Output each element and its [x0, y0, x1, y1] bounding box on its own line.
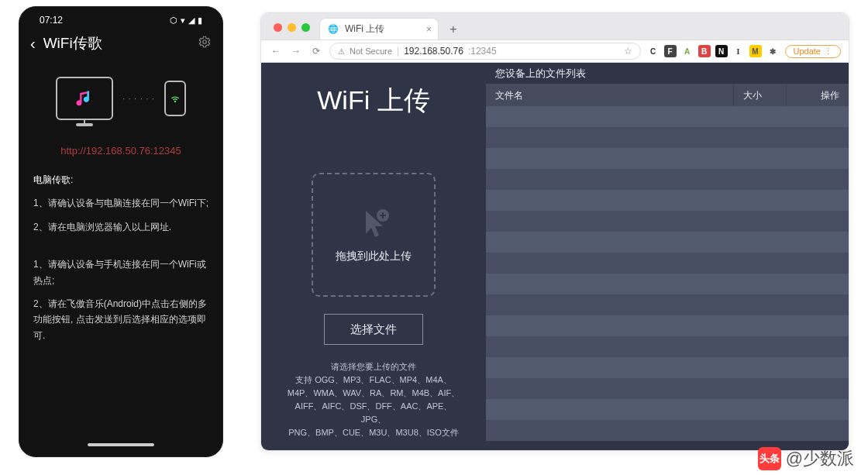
page-heading: WiFi 上传: [317, 63, 429, 173]
select-file-label: 选择文件: [350, 322, 397, 337]
extensions: C F A B N I M ✱: [647, 45, 779, 57]
monitor-icon: [56, 77, 113, 120]
table-row: [486, 294, 849, 315]
extensions-puzzle-icon[interactable]: ✱: [766, 45, 779, 57]
update-button[interactable]: Update ⋮: [785, 45, 841, 58]
battery-icon: ▮: [198, 15, 202, 26]
browser-toolbar: ← → ⟳ ⚠ Not Secure | 192.168.50.76:12345…: [261, 40, 849, 63]
bookmark-star-icon[interactable]: ☆: [624, 46, 632, 57]
tab-wifi-upload[interactable]: 🌐 WiFi 上传 ×: [319, 18, 439, 40]
phone-step2: 2、请在飞傲音乐(Android)中点击右侧的多功能按钮, 点击发送到后选择相应…: [33, 296, 208, 343]
ext-7-icon[interactable]: M: [749, 45, 762, 57]
ext-1-icon[interactable]: C: [647, 45, 660, 57]
table-row: [486, 232, 849, 253]
browser-tabbar: 🌐 WiFi 上传 × +: [261, 13, 849, 40]
table-row: [486, 274, 849, 294]
close-tab-icon[interactable]: ×: [426, 24, 432, 35]
new-tab-button[interactable]: +: [443, 19, 463, 40]
url-port: :12345: [468, 46, 497, 57]
signal-icon: ◢: [188, 15, 195, 26]
connection-dots-icon: · · · · · ·: [122, 95, 155, 103]
nav-pill[interactable]: [88, 443, 154, 446]
zoom-window-icon[interactable]: [301, 23, 310, 32]
watermark-logo: 头条: [758, 447, 781, 470]
wifi-signal-icon: [169, 92, 181, 105]
hint-line5: PNG、BMP、CUE、M3U、M3U8、ISO文件: [284, 426, 463, 439]
gear-icon[interactable]: [198, 35, 212, 52]
wifi-icon: ▾: [181, 15, 185, 26]
table-row: [486, 148, 849, 169]
svg-point-1: [174, 101, 175, 102]
music-note-icon: [74, 88, 95, 109]
format-hints: 请选择您要上传的文件 支持 OGG、MP3、FLAC、MP4、M4A、 M4P、…: [284, 360, 463, 439]
drop-zone[interactable]: 拖拽到此处上传: [312, 173, 436, 297]
file-list-title: 您设备上的文件列表: [486, 63, 849, 84]
pc-step1: 1、请确认设备与电脑连接在同一个WiFi下;: [33, 195, 208, 211]
close-window-icon[interactable]: [274, 23, 282, 32]
phone-mini-icon: [164, 81, 186, 116]
table-row: [486, 336, 849, 357]
browser-window: 🌐 WiFi 上传 × + ← → ⟳ ⚠ Not Secure | 192.1…: [260, 12, 849, 451]
table-row: [486, 127, 849, 148]
watermark-text: @少数派: [786, 447, 854, 470]
status-time: 07:12: [40, 15, 63, 26]
phone-instructions: 1、请确认设备与手机连接在同一个WiFi或热点; 2、请在飞傲音乐(Androi…: [19, 256, 222, 351]
phone-appbar: ‹ WiFi传歌: [19, 29, 222, 60]
upload-panel: WiFi 上传 拖拽到此处上传 选择文件 请选择您要上传的文件 支持 OGG、M…: [261, 63, 486, 450]
tab-title: WiFi 上传: [345, 22, 384, 36]
phone-frame: 07:12 ⬡ ▾ ◢ ▮ ‹ WiFi传歌 · · · · · · http:…: [19, 6, 223, 457]
ext-5-icon[interactable]: N: [715, 45, 728, 57]
watermark: 头条 @少数派: [758, 447, 854, 470]
phone-step1: 1、请确认设备与手机连接在同一个WiFi或热点;: [33, 256, 208, 288]
col-filename[interactable]: 文件名: [486, 84, 734, 106]
table-row: [486, 253, 849, 274]
hint-line3: M4P、WMA、WAV、RA、RM、M4B、AIF、: [284, 387, 463, 400]
col-size[interactable]: 大小: [734, 84, 787, 106]
status-icons: ⬡ ▾ ◢ ▮: [170, 15, 202, 26]
pc-step2: 2、请在电脑浏览器输入以上网址.: [33, 219, 208, 235]
not-secure-label: Not Secure: [350, 46, 392, 56]
select-file-button[interactable]: 选择文件: [324, 314, 423, 345]
table-row: [486, 169, 849, 190]
back-icon[interactable]: ‹: [30, 35, 36, 53]
not-secure-icon: ⚠: [338, 47, 345, 56]
transfer-illustration: · · · · · ·: [19, 60, 222, 128]
file-list-panel: 您设备上的文件列表 文件名 大小 操作: [486, 63, 849, 450]
vpn-icon: ⬡: [170, 15, 177, 26]
address-bar[interactable]: ⚠ Not Secure | 192.168.50.76:12345 ☆: [329, 43, 641, 60]
nav-back-icon[interactable]: ←: [269, 46, 283, 57]
url-host: 192.168.50.76: [404, 46, 463, 57]
ext-2-icon[interactable]: F: [664, 45, 677, 57]
table-row: [486, 211, 849, 232]
nav-forward-icon[interactable]: →: [289, 46, 303, 57]
table-row: [486, 357, 849, 378]
globe-icon: 🌐: [328, 24, 339, 34]
table-row: [486, 399, 849, 420]
update-label: Update: [794, 46, 821, 56]
hint-line4: AIFF、AIFC、DSF、DFF、AAC、APE、JPG、: [284, 400, 463, 426]
nav-reload-icon[interactable]: ⟳: [309, 46, 323, 57]
upload-url: http://192.168.50.76:12345: [19, 128, 222, 167]
ext-6-icon[interactable]: I: [732, 45, 745, 57]
table-row: [486, 106, 849, 127]
hint-line2: 支持 OGG、MP3、FLAC、MP4、M4A、: [284, 373, 463, 387]
menu-dots-icon: ⋮: [824, 46, 832, 57]
cursor-plus-icon: [358, 206, 389, 237]
phone-navbar: [19, 438, 222, 452]
col-ops[interactable]: 操作: [787, 84, 849, 106]
app-title: WiFi传歌: [43, 33, 102, 53]
file-list-rows: [486, 106, 849, 450]
file-list-header: 文件名 大小 操作: [486, 84, 849, 106]
table-row: [486, 190, 849, 211]
phone-statusbar: 07:12 ⬡ ▾ ◢ ▮: [19, 15, 222, 29]
ext-4-icon[interactable]: B: [698, 45, 711, 57]
ext-3-icon[interactable]: A: [681, 45, 694, 57]
minimize-window-icon[interactable]: [288, 23, 296, 32]
window-controls[interactable]: [269, 23, 315, 40]
svg-point-0: [203, 40, 207, 44]
drop-label: 拖拽到此处上传: [336, 250, 412, 263]
page-content: WiFi 上传 拖拽到此处上传 选择文件 请选择您要上传的文件 支持 OGG、M…: [261, 63, 849, 450]
hint-line1: 请选择您要上传的文件: [284, 360, 463, 373]
table-row: [486, 315, 849, 336]
pc-instructions: 电脑传歌: 1、请确认设备与电脑连接在同一个WiFi下; 2、请在电脑浏览器输入…: [19, 167, 222, 243]
